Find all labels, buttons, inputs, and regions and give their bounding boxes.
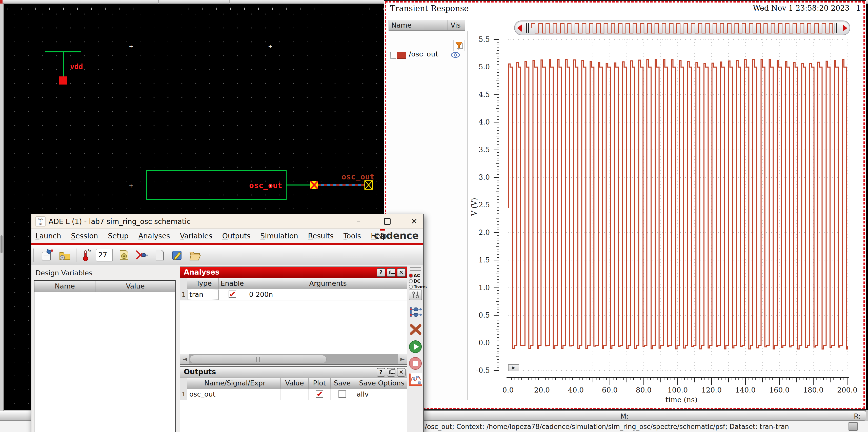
- signal-color-swatch[interactable]: [397, 52, 406, 59]
- resize-grip[interactable]: [848, 422, 858, 431]
- panel-close-button[interactable]: ✕: [397, 368, 405, 377]
- vdd-label[interactable]: vdd: [70, 63, 83, 71]
- probe-icon[interactable]: [135, 249, 148, 262]
- analyses-col-type[interactable]: Type: [187, 278, 219, 289]
- analysis-arguments-cell[interactable]: 0 200n: [246, 289, 407, 300]
- panel-float-button[interactable]: [387, 268, 395, 277]
- run-simulation-icon[interactable]: [409, 340, 423, 354]
- setup-folder-icon[interactable]: [58, 249, 71, 262]
- scrollbar-thumb[interactable]: [190, 355, 327, 363]
- visibility-eye-icon[interactable]: [450, 51, 461, 59]
- analyses-panel-titlebar[interactable]: Analyses ? ✕: [180, 267, 407, 278]
- output-pin-x: [365, 181, 372, 189]
- signal-column-header-name[interactable]: Name: [389, 20, 448, 31]
- menu-outputs[interactable]: Outputs: [222, 232, 251, 240]
- outputs-col[interactable]: Save Options: [354, 378, 407, 389]
- enable-checkbox[interactable]: [228, 290, 236, 298]
- pan-left-arrow[interactable]: [517, 25, 522, 32]
- outputs-col[interactable]: Plot: [309, 378, 331, 389]
- edit-icon[interactable]: [170, 249, 184, 262]
- open-folder-icon[interactable]: [188, 249, 202, 262]
- netlist-run-icon[interactable]: [409, 306, 423, 318]
- pan-grip-right[interactable]: [835, 23, 838, 33]
- signal-name[interactable]: /osc_out: [409, 50, 438, 58]
- design-variables-table[interactable]: Name Value: [34, 280, 176, 432]
- splitter-handle[interactable]: [1, 235, 3, 253]
- menu-launch[interactable]: Launch: [35, 232, 61, 240]
- analyses-row[interactable]: 1tran0 200n: [180, 289, 407, 300]
- plot-area[interactable]: [491, 36, 858, 396]
- toolbar-grip[interactable]: [33, 249, 36, 262]
- ade-titlebar[interactable]: ADE L (1) ADE L (1) - lab7 sim_ring_osc …: [31, 214, 423, 228]
- analyses-hscrollbar[interactable]: ◄ ►: [180, 354, 407, 364]
- pin-name-label[interactable]: osc_out: [341, 172, 375, 181]
- vdd-pin-square[interactable]: [59, 76, 67, 85]
- panel-close-button[interactable]: ✕: [397, 268, 405, 277]
- outputs-row[interactable]: 1osc_outallv: [180, 389, 407, 400]
- analyses-col-enable[interactable]: Enable: [219, 278, 246, 289]
- y-tick-label: -0.5: [467, 366, 490, 375]
- panel-help-button[interactable]: ?: [377, 368, 385, 377]
- temperature-input[interactable]: [96, 249, 113, 261]
- outputs-col[interactable]: Name/Signal/Expr: [187, 378, 281, 389]
- stop-simulation-icon[interactable]: [409, 357, 423, 371]
- strip-expander-button[interactable]: ▶: [508, 364, 519, 371]
- signal-column-header-vis[interactable]: Vis: [448, 20, 465, 31]
- simulation-setup-icon[interactable]: [118, 249, 131, 262]
- tree-branch: [390, 52, 396, 59]
- analysis-type-cell[interactable]: tran: [187, 289, 219, 300]
- x-tick-label: 40.0: [562, 386, 590, 395]
- outputs-col[interactable]: Value: [281, 378, 309, 389]
- mouse-middle-binding: M:: [620, 412, 628, 420]
- ade-toolbar: °c: [31, 245, 423, 265]
- analyses-col-arguments[interactable]: Arguments: [246, 278, 407, 289]
- y-tick-label: 1.5: [467, 256, 490, 265]
- analysis-enable-cell[interactable]: [219, 289, 246, 300]
- dv-column-name[interactable]: Name: [34, 281, 95, 292]
- netlist-document-icon[interactable]: [153, 249, 166, 262]
- menu-simulation[interactable]: Simulation: [260, 232, 298, 240]
- radio-icon: [409, 279, 413, 283]
- delete-icon[interactable]: [409, 324, 423, 335]
- menu-setup[interactable]: Setup: [108, 232, 129, 240]
- osc-block-signal-label[interactable]: osc_out: [249, 181, 282, 190]
- maximize-icon: [384, 218, 391, 225]
- close-button[interactable]: ✕: [408, 215, 420, 227]
- scroll-left-arrow[interactable]: ◄: [180, 354, 189, 364]
- filter-button[interactable]: [453, 40, 465, 51]
- maximize-button[interactable]: [381, 215, 393, 227]
- output-name-cell[interactable]: osc_out: [187, 389, 281, 400]
- plot-checkbox[interactable]: [316, 390, 323, 398]
- temperature-icon[interactable]: °c: [81, 249, 91, 262]
- outputs-panel-titlebar[interactable]: Outputs ? ✕: [180, 367, 407, 378]
- save-options-cell[interactable]: allv: [354, 389, 407, 400]
- outputs-col[interactable]: Save: [331, 378, 354, 389]
- menu-tools[interactable]: Tools: [343, 232, 361, 240]
- panel-help-button[interactable]: ?: [377, 268, 385, 277]
- scroll-right-arrow[interactable]: ►: [398, 354, 407, 364]
- menu-results[interactable]: Results: [308, 232, 334, 240]
- y-axis-title: V (V): [470, 192, 478, 222]
- analysis-choice-trans[interactable]: Trans: [409, 284, 427, 289]
- toolbar-grip[interactable]: [410, 267, 421, 271]
- menu-analyses[interactable]: Analyses: [138, 232, 170, 240]
- session-notebook-icon[interactable]: [40, 249, 54, 262]
- menu-variables[interactable]: Variables: [180, 232, 212, 240]
- x-tick-label: 80.0: [630, 386, 658, 395]
- pan-right-arrow[interactable]: [843, 25, 847, 32]
- horizontal-panner[interactable]: [514, 21, 850, 35]
- analysis-choice-ac[interactable]: AC: [409, 273, 420, 278]
- plot-outputs-icon[interactable]: [409, 373, 423, 387]
- dv-column-value[interactable]: Value: [95, 281, 175, 292]
- schematic-left-frame[interactable]: [0, 4, 4, 411]
- analysis-choice-dc[interactable]: DC: [409, 278, 421, 284]
- design-variables-title: Design Variables: [35, 269, 92, 277]
- minimize-button[interactable]: –: [352, 215, 365, 227]
- y-tick-label: 1.0: [467, 283, 490, 292]
- accent-line: [31, 243, 423, 245]
- pan-grip-left[interactable]: [526, 23, 530, 33]
- menu-session[interactable]: Session: [71, 232, 98, 240]
- save-checkbox[interactable]: [338, 390, 346, 398]
- edit-variables-button[interactable]: [409, 289, 422, 300]
- panel-float-button[interactable]: [387, 368, 395, 377]
